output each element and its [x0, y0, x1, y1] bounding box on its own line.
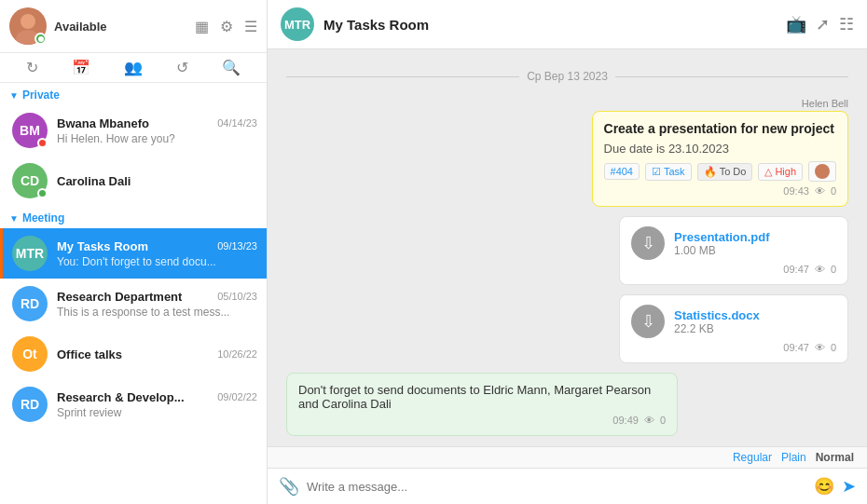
user-status-label: Available [54, 20, 187, 34]
docx-file-msg: ⇩ Statistics.docx 22.2 KB [631, 305, 836, 338]
pdf-file-msg: ⇩ Presentation.pdf 1.00 MB [631, 226, 836, 260]
task-badges: #404 ☑ Task 🔥 To Do △ High [604, 161, 836, 182]
task-priority: High [775, 166, 796, 177]
private-chevron-icon: ▼ [9, 90, 19, 101]
docx-time: 09:47 [783, 342, 809, 353]
task-label: Task [664, 166, 685, 177]
task-views: 0 [831, 185, 836, 197]
chat-info-researchdev: Research & Develop... 09/02/22 Sprint re… [57, 390, 257, 419]
pdf-message-bubble: ⇩ Presentation.pdf 1.00 MB 09:47 👁 0 [619, 216, 848, 285]
svg-point-0 [21, 14, 35, 29]
message-input[interactable] [307, 480, 806, 494]
docx-message-row: ⇩ Statistics.docx 22.2 KB 09:47 👁 0 [286, 294, 848, 363]
format-regular[interactable]: Regular [733, 451, 772, 464]
format-plain[interactable]: Plain [781, 451, 806, 464]
menu-icon[interactable]: ☰ [244, 18, 257, 35]
toolbar: ↻ 📅 👥 ↺ 🔍 [0, 53, 267, 83]
task-body: Due date is 23.10.2023 [604, 142, 836, 156]
chat-time-researchdev: 09/02/22 [217, 391, 257, 402]
chat-name-bwana: Bwana Mbanefo [57, 116, 149, 130]
chat-header: MTR My Tasks Room 📺 ➚ ☷ [268, 0, 867, 49]
profile-bar: Available ▦ ⚙ ☰ [0, 0, 267, 53]
docx-download-icon[interactable]: ⇩ [631, 305, 665, 338]
task-assignee-badge [808, 161, 836, 182]
private-section-header[interactable]: ▼ Private [0, 83, 267, 105]
date-divider-text: Ср Вер 13 2023 [527, 70, 608, 83]
chat-item-mytasks-wrap: MTR My Tasks Room 09/13/23 You: Don't fo… [0, 228, 267, 279]
chat-info-mytasks: My Tasks Room 09/13/23 You: Don't forget… [57, 239, 257, 268]
attach-icon[interactable]: 📎 [279, 476, 299, 497]
task-msg-sender: Helen Bell [802, 98, 848, 109]
chat-item-researchdev[interactable]: RD Research & Develop... 09/02/22 Sprint… [0, 379, 267, 429]
expand-icon[interactable]: ➚ [816, 14, 830, 34]
chat-info-bwana: Bwana Mbanefo 04/14/23 Hi Helen. How are… [57, 116, 257, 145]
chat-name-carolina: Carolina Dali [57, 174, 131, 188]
room-avatar: MTR [281, 7, 314, 41]
room-name: My Tasks Room [323, 17, 777, 33]
chat-item-bwana-wrap: BM Bwana Mbanefo 04/14/23 Hi Helen. How … [0, 105, 267, 156]
task-msg-meta: 09:43 👁 0 [604, 185, 836, 197]
docx-filename[interactable]: Statistics.docx [674, 308, 760, 322]
send-icon[interactable]: ➤ [842, 476, 856, 497]
task-number: #404 [611, 166, 633, 177]
header-actions: 📺 ➚ ☷ [786, 14, 854, 34]
chat-time-officetalks: 10/26/22 [217, 348, 257, 360]
flame-icon: 🔥 [704, 166, 717, 178]
task-message-row: Helen Bell Create a presentation for new… [286, 98, 848, 207]
chat-list: ▼ Private BM Bwana Mbanefo 04/14/23 Hi H… [0, 83, 267, 504]
sidebar: Available ▦ ⚙ ☰ ↻ 📅 👥 ↺ 🔍 ▼ Private BM [0, 0, 268, 504]
pdf-filename[interactable]: Presentation.pdf [674, 230, 770, 244]
screen-share-icon[interactable]: 📺 [786, 14, 806, 34]
avatar-research: RD [12, 286, 48, 321]
refresh-icon[interactable]: ↻ [26, 59, 38, 76]
emoji-icon[interactable]: 😊 [814, 476, 834, 497]
task-time: 09:43 [783, 185, 809, 197]
avatar-mytasks: MTR [12, 236, 48, 271]
pdf-download-icon[interactable]: ⇩ [631, 226, 665, 260]
meeting-section-header[interactable]: ▼ Meeting [0, 206, 267, 228]
pdf-file-info: Presentation.pdf 1.00 MB [674, 230, 770, 257]
docx-views: 0 [831, 342, 836, 353]
text-eye-icon: 👁 [644, 415, 654, 426]
chat-time-research: 05/10/23 [217, 291, 257, 302]
task-number-badge: #404 [604, 163, 640, 180]
docx-file-info: Statistics.docx 22.2 KB [674, 308, 760, 335]
grid-icon[interactable]: ☷ [839, 14, 854, 34]
chat-item-bwana[interactable]: BM Bwana Mbanefo 04/14/23 Hi Helen. How … [0, 105, 267, 156]
chat-item-mytasks[interactable]: MTR My Tasks Room 09/13/23 You: Don't fo… [3, 228, 267, 279]
chat-item-carolina[interactable]: CD Carolina Dali [0, 156, 267, 206]
chat-item-officetalks[interactable]: Ot Office talks 10/26/22 [0, 329, 267, 379]
text-message-row: Don't forget to send documents to Eldric… [286, 373, 848, 436]
avatar-carolina: CD [12, 163, 48, 198]
text-msg-views: 0 [660, 415, 666, 426]
docx-filesize: 22.2 KB [674, 322, 760, 335]
chat-item-research[interactable]: RD Research Department 05/10/23 This is … [0, 279, 267, 329]
contacts-icon[interactable]: 👥 [124, 59, 143, 76]
task-type-badge: ☑ Task [645, 163, 692, 181]
pdf-time: 09:47 [783, 264, 809, 275]
status-dot-bwana [37, 138, 48, 148]
avatar-researchdev: RD [12, 387, 48, 422]
input-bar: 📎 😊 ➤ [268, 468, 867, 504]
chat-preview-mytasks: You: Don't forget to send docu... [57, 255, 257, 268]
chat-name-research: Research Department [57, 290, 182, 304]
pdf-message-row: ⇩ Presentation.pdf 1.00 MB 09:47 👁 0 [286, 216, 848, 285]
status-dot-carolina [37, 188, 48, 198]
private-section-label: Private [22, 89, 60, 102]
input-actions: 😊 ➤ [814, 476, 856, 497]
chat-time-bwana: 04/14/23 [217, 117, 257, 129]
calendar-icon[interactable]: 📅 [72, 59, 90, 76]
user-status-indicator [34, 33, 47, 45]
chat-info-officetalks: Office talks 10/26/22 [57, 347, 257, 361]
settings-icon[interactable]: ⚙ [220, 18, 233, 35]
camera-icon[interactable]: ▦ [195, 18, 209, 35]
date-divider: Ср Вер 13 2023 [286, 70, 848, 83]
search-icon[interactable]: 🔍 [222, 59, 241, 76]
history-icon[interactable]: ↺ [176, 59, 188, 76]
main-content: MTR My Tasks Room 📺 ➚ ☷ Ср Вер 13 2023 H… [268, 0, 867, 504]
pdf-msg-meta: 09:47 👁 0 [631, 264, 836, 275]
format-normal[interactable]: Normal [816, 451, 854, 464]
chat-time-mytasks: 09/13/23 [217, 240, 257, 252]
text-message-bubble: Don't forget to send documents to Eldric… [286, 373, 678, 436]
task-status: To Do [720, 166, 747, 177]
